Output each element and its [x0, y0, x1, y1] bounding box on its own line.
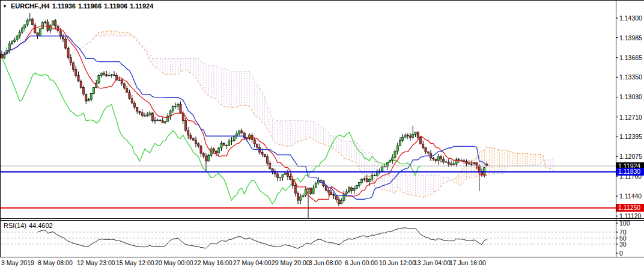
- candle-bull: [93, 88, 94, 94]
- candle-bull: [41, 23, 43, 29]
- candle-bear: [113, 75, 115, 75]
- candle-bull: [88, 99, 90, 101]
- candle-bull: [396, 146, 398, 151]
- candle-bull: [302, 195, 304, 197]
- candle-bull: [312, 188, 314, 194]
- candle-bear: [422, 144, 424, 147]
- symbol-dropdown-icon[interactable]: ▼: [2, 4, 7, 9]
- candle-bull: [381, 167, 383, 171]
- candle-bear: [425, 148, 427, 152]
- chart-header: ▼EURCHF.,H41.119361.119661.119061.11924: [2, 2, 156, 10]
- senkou-span-b-line: [68, 36, 554, 186]
- ohlc-high-value: 1.11966: [78, 2, 102, 10]
- time-axis-label: 15 May 12:00: [116, 259, 154, 266]
- candle-bull: [345, 192, 347, 194]
- candle-bull: [98, 75, 100, 83]
- candle-bear: [136, 107, 138, 111]
- candle-bull: [164, 121, 166, 123]
- candle-bear: [126, 88, 128, 93]
- candle-bear: [55, 20, 56, 26]
- candle-bear: [374, 175, 375, 176]
- candle-bear: [384, 167, 386, 167]
- candle-bull: [279, 177, 281, 178]
- candle-bear: [82, 87, 84, 94]
- trading-chart-window: ▼EURCHF.,H41.119361.119661.119061.11924 …: [0, 0, 644, 270]
- candle-bear: [103, 73, 105, 75]
- candle-bear: [65, 39, 67, 48]
- candle-bear: [333, 195, 335, 196]
- candle-bear: [131, 99, 133, 103]
- candle-bear: [310, 188, 312, 194]
- candle-bear: [287, 173, 288, 176]
- candle-bear: [443, 159, 445, 162]
- candle-bull: [100, 73, 102, 75]
- ohlc-close-value: 1.11924: [130, 2, 153, 10]
- candle-bear: [180, 104, 181, 113]
- ohlc-open-value: 1.11936: [52, 2, 76, 10]
- candle-bull: [8, 44, 10, 51]
- price-axis-label: 1.12710: [619, 114, 642, 121]
- candle-bear: [435, 159, 437, 161]
- candle-bear: [106, 75, 108, 75]
- candle-bear: [225, 146, 227, 146]
- candle-bull: [174, 106, 176, 107]
- candle-bear: [139, 111, 141, 112]
- candle-bear: [266, 157, 268, 164]
- candle-bear: [256, 144, 258, 147]
- candle-bull: [26, 20, 28, 25]
- price-axis-label: 1.13350: [619, 73, 642, 81]
- candle-bear: [297, 193, 299, 200]
- candle-bear: [440, 156, 442, 159]
- rsi-indicator-label: RSI(14)44.4602: [4, 222, 55, 229]
- candle-bear: [141, 113, 143, 116]
- candle-bear: [77, 75, 79, 81]
- candle-bear: [195, 140, 196, 144]
- candle-bear: [272, 168, 273, 171]
- time-axis-label: 3 Jun 08:00: [309, 259, 342, 266]
- candle-bear: [144, 115, 145, 116]
- candle-bear: [118, 80, 120, 81]
- candle-bull: [343, 194, 345, 200]
- candle-bull: [412, 135, 414, 138]
- candle-bear: [205, 156, 207, 161]
- candle-bull: [341, 200, 342, 204]
- candle-bull: [389, 161, 390, 162]
- candle-bear: [123, 84, 125, 88]
- candle-bear: [419, 137, 421, 144]
- candle-bear: [85, 94, 87, 101]
- candle-bear: [264, 155, 266, 157]
- candle-bull: [44, 22, 46, 22]
- candle-bull: [19, 32, 20, 36]
- candle-bull: [169, 111, 171, 116]
- candle-bear: [213, 149, 214, 152]
- candle-bear: [327, 191, 329, 192]
- candle-bull: [233, 136, 235, 140]
- rsi-value: 44.4602: [29, 222, 53, 229]
- time-axis-label: 29 May 20:00: [272, 259, 310, 266]
- candle-bull: [361, 179, 363, 182]
- candle-bull: [90, 93, 92, 99]
- price-axis-label: 1.12395: [619, 133, 642, 140]
- candle-bear: [75, 69, 77, 75]
- candle-bull: [315, 183, 317, 188]
- candle-bull: [16, 36, 18, 40]
- candle-bull: [154, 120, 156, 121]
- candle-bull: [348, 188, 350, 192]
- time-axis-label: 8 May 08:00: [38, 259, 73, 266]
- candle-bull: [404, 135, 406, 137]
- candle-bull: [307, 188, 309, 189]
- candle-bear: [290, 177, 291, 180]
- price-badge: 1.11830: [616, 168, 644, 176]
- candle-bull: [157, 120, 159, 120]
- chart-canvas[interactable]: [0, 0, 644, 270]
- candle-bull: [21, 28, 23, 32]
- candle-bull: [473, 163, 475, 164]
- candle-bear: [70, 58, 71, 63]
- main-pane[interactable]: [0, 13, 616, 222]
- candle-bear: [121, 80, 123, 84]
- time-axis-label: 13 Jun 04:00: [414, 259, 451, 266]
- candle-bear: [417, 132, 419, 138]
- candle-bull: [371, 175, 373, 179]
- candle-bear: [330, 192, 332, 195]
- senkou-span-a-line: [68, 31, 554, 198]
